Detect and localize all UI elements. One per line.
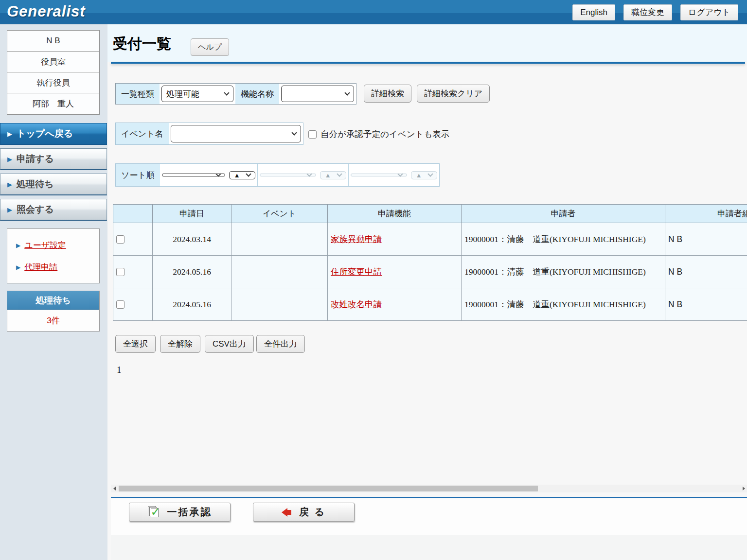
sidebar-item-label: 処理待ち	[17, 178, 53, 191]
chevron-down-icon	[427, 171, 433, 176]
sort-key-3-select	[351, 174, 407, 176]
user-title: 執行役員	[7, 72, 99, 93]
user-settings-link[interactable]: ユーザ設定	[24, 240, 66, 251]
approve-sheets-check-icon: ✓	[148, 506, 160, 519]
sidebar-item-label: 申請する	[17, 153, 54, 165]
sort-dir-1-select[interactable]: ▲	[229, 171, 255, 179]
english-button[interactable]: English	[572, 4, 615, 20]
user-name: 阿部 重人	[7, 93, 99, 114]
sort-section-3: ▲	[348, 164, 439, 186]
event-filter-group: イベント名	[115, 122, 303, 145]
cell-event	[231, 256, 328, 288]
row-checkbox[interactable]	[116, 235, 124, 244]
up-triangle-icon: ▲	[325, 172, 331, 179]
scrollbar-thumb[interactable]	[119, 486, 538, 491]
scroll-left-arrow-icon[interactable]	[111, 485, 118, 492]
cell-date: 2024.05.16	[153, 288, 231, 321]
request-function-link[interactable]: 住所変更申請	[331, 267, 382, 277]
sidebar-item-apply[interactable]: ▶ 申請する	[0, 148, 107, 170]
right-triangle-icon: ▶	[16, 264, 20, 271]
col-check	[113, 205, 153, 223]
horizontal-scrollbar[interactable]	[111, 485, 747, 492]
app-header: Generalist English 職位変更 ログアウト	[0, 0, 747, 24]
col-applicant: 申請者	[462, 205, 665, 223]
select-all-button[interactable]: 全選択	[115, 335, 156, 353]
bulk-approve-button[interactable]: ✓ 一括承認	[129, 503, 231, 522]
below-footer-band	[111, 535, 747, 560]
change-position-button[interactable]: 職位変更	[623, 4, 672, 20]
sidebar: N B 役員室 執行役員 阿部 重人 ▶ トップへ戻る ▶ 申請する ▶ 処理待…	[0, 24, 107, 560]
sidebar-links-box: ▶ ユーザ設定 ▶ 代理申請	[7, 228, 100, 283]
back-arrow-icon	[282, 508, 292, 517]
proxy-apply-link[interactable]: 代理申請	[24, 262, 57, 273]
row-checkbox[interactable]	[116, 268, 124, 276]
help-button[interactable]: ヘルプ	[191, 38, 229, 56]
requests-table: 申請日 イベント 申請機能 申請者 申請者組織 2024.03.14 家族異動申…	[113, 204, 747, 321]
detail-search-clear-button[interactable]: 詳細検索クリア	[417, 85, 490, 103]
function-name-select[interactable]	[281, 86, 354, 102]
requests-table-wrapper: 申請日 イベント 申請機能 申請者 申請者組織 2024.03.14 家族異動申…	[113, 204, 747, 321]
sidebar-item-pending[interactable]: ▶ 処理待ち	[0, 174, 107, 195]
right-triangle-icon: ▶	[7, 181, 12, 188]
sort-key-1-select[interactable]	[162, 174, 225, 176]
user-org1: N B	[7, 31, 99, 52]
title-underline	[111, 62, 745, 64]
chevron-down-icon	[224, 90, 229, 95]
sort-filter-group: ソート順 ▲ ▲	[115, 163, 440, 187]
list-type-filter-group: 一覧種類 処理可能 機能名称	[115, 83, 356, 105]
logout-button[interactable]: ログアウト	[680, 4, 738, 20]
chevron-down-icon	[291, 130, 297, 135]
approval-events-checkrow: 自分が承認予定のイベントも表示	[308, 128, 449, 140]
pending-count-box: 処理待ち 3件	[7, 291, 100, 332]
table-row: 2024.05.16 改姓改名申請 19000001：清藤 道重(KIYOFUJ…	[113, 288, 747, 321]
csv-export-button[interactable]: CSV出力	[205, 335, 254, 353]
clear-all-button[interactable]: 全解除	[160, 335, 200, 353]
sort-key-2-select	[260, 174, 316, 176]
pending-box-title: 処理待ち	[7, 291, 99, 310]
sort-section-2: ▲	[257, 164, 348, 186]
export-all-button[interactable]: 全件出力	[256, 335, 305, 353]
up-triangle-icon: ▲	[416, 172, 422, 179]
list-type-label: 一覧種類	[116, 84, 160, 104]
sidebar-item-label: トップへ戻る	[17, 127, 73, 140]
sort-section-1: ▲	[160, 164, 257, 186]
chevron-down-icon	[306, 171, 312, 176]
pending-count-link[interactable]: 3件	[47, 315, 59, 326]
user-settings-row: ▶ ユーザ設定	[16, 240, 99, 251]
request-function-link[interactable]: 改姓改名申請	[331, 299, 382, 309]
cell-org: N B	[665, 256, 747, 288]
cell-applicant: 19000001：清藤 道重(KIYOFUJI MICHISHIGE)	[462, 256, 665, 288]
main-content: 受付一覧 ヘルプ 一覧種類 処理可能 機能名称 詳細検索 詳細検索クリア イベン…	[107, 24, 747, 560]
cell-event	[231, 288, 328, 321]
page-title: 受付一覧	[113, 34, 171, 54]
up-triangle-icon: ▲	[234, 172, 240, 179]
row-checkbox[interactable]	[116, 300, 124, 309]
col-org: 申請者組織	[665, 205, 747, 223]
scroll-right-arrow-icon[interactable]	[740, 485, 747, 492]
right-triangle-icon: ▶	[16, 242, 20, 249]
table-row: 2024.03.14 家族異動申請 19000001：清藤 道重(KIYOFUJ…	[113, 223, 747, 256]
event-name-label: イベント名	[116, 123, 169, 144]
table-header-row: 申請日 イベント 申請機能 申請者 申請者組織	[113, 205, 747, 223]
page-number[interactable]: 1	[117, 365, 122, 375]
list-type-select[interactable]: 処理可能	[161, 86, 233, 102]
right-triangle-icon: ▶	[7, 130, 12, 138]
col-date: 申請日	[153, 205, 231, 223]
request-function-link[interactable]: 家族異動申請	[331, 234, 382, 244]
proxy-apply-row: ▶ 代理申請	[16, 262, 99, 273]
sort-dir-3-select: ▲	[411, 171, 437, 179]
user-info-table: N B 役員室 執行役員 阿部 重人	[7, 30, 100, 115]
cell-org: N B	[665, 223, 747, 256]
cell-date: 2024.03.14	[153, 223, 231, 256]
chevron-down-icon	[337, 171, 342, 176]
user-org2: 役員室	[7, 52, 99, 72]
detail-search-button[interactable]: 詳細検索	[364, 85, 411, 103]
chevron-down-icon	[215, 171, 221, 176]
sidebar-item-top[interactable]: ▶ トップへ戻る	[0, 123, 107, 145]
back-button[interactable]: 戻 る	[253, 503, 355, 522]
show-approval-events-checkbox[interactable]	[308, 130, 317, 139]
back-label: 戻 る	[299, 506, 326, 519]
event-name-select[interactable]	[171, 125, 301, 142]
sidebar-item-inquire[interactable]: ▶ 照会する	[0, 199, 107, 221]
col-event: イベント	[231, 205, 328, 223]
